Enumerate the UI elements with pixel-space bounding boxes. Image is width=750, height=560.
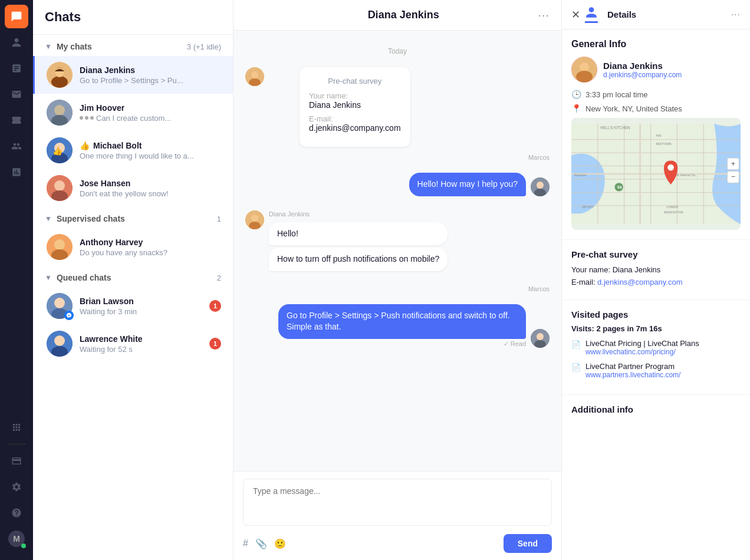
panel-options-button[interactable]: ··· <box>731 9 741 20</box>
pre-chat-survey-section: Pre-chat survey Your name: Diana Jenkins… <box>562 240 750 300</box>
chat-item-jose[interactable]: Jose Hansen Don't eat the yellow snow! <box>33 169 233 207</box>
supervised-chats-count: 1 <box>217 215 221 223</box>
chat-item-brian[interactable]: Brian Lawson Waiting for 3 min 1 <box>33 287 233 325</box>
date-divider: Today <box>245 47 550 55</box>
page-item-2: 📄 LiveChat Partner Program www.partners.… <box>571 362 741 379</box>
svg-text:LOWER: LOWER <box>666 205 678 209</box>
page-title-1: LiveChat Pricing | LiveChat Plans <box>585 339 699 348</box>
avatar-diana <box>47 62 73 88</box>
nav-team-icon[interactable] <box>5 134 28 158</box>
visited-pages-title: Visited pages <box>571 309 741 319</box>
nav-status-icon[interactable]: M <box>5 527 28 551</box>
svg-text:M: M <box>13 534 20 543</box>
hashtag-icon[interactable]: # <box>243 538 248 549</box>
message-input[interactable] <box>243 479 552 526</box>
local-time: 3:33 pm local time <box>585 90 648 99</box>
bubble-question: How to turn off push notifications on mo… <box>269 248 448 271</box>
main-chat-area: Diana Jenkins ··· Today Pre-chat survey … <box>233 0 561 560</box>
close-panel-button[interactable]: ✕ <box>571 8 580 21</box>
location-icon: 📍 <box>571 104 581 113</box>
msg-row-outgoing-2: Go to Profile > Settings > Push notifica… <box>245 304 550 348</box>
survey-card: Pre-chat survey Your name: Diana Jenkins… <box>300 67 410 147</box>
chat-preview-michael: One more thing I would like to a... <box>80 151 221 160</box>
info-location-row: 📍 New York, NY, United States <box>571 104 741 113</box>
svg-text:−: − <box>731 173 735 181</box>
survey-name-label: Your name: <box>309 91 401 100</box>
typing-dots <box>80 114 94 122</box>
my-chats-label: My chats <box>57 42 187 51</box>
michael-emoji: 👍 <box>80 141 90 150</box>
send-button[interactable]: Send <box>504 534 552 553</box>
general-info-user-row: Diana Jenkins d.jenkins@company.com <box>571 57 741 83</box>
svg-point-35 <box>537 333 544 340</box>
nav-sidebar: M <box>0 0 33 560</box>
nav-settings-icon[interactable] <box>5 475 28 499</box>
queued-chats-section[interactable]: ▼ Queued chats 2 <box>33 266 233 287</box>
nav-analytics-icon[interactable] <box>5 160 28 184</box>
attachment-icon[interactable]: 📎 <box>255 538 267 549</box>
visits-info: Visits: 2 pages in 7m 16s <box>571 324 741 333</box>
pre-chat-title: Pre-chat survey <box>571 249 741 259</box>
msg-avatar-diana <box>245 67 264 86</box>
svg-point-23 <box>54 335 65 346</box>
outgoing-bubble-group: Go to Profile > Settings > Push notifica… <box>278 304 526 348</box>
nav-help-icon[interactable] <box>5 501 28 525</box>
svg-text:MANHATTAN: MANHATTAN <box>664 210 683 214</box>
marcos-sender-label-2: Marcos <box>245 285 550 295</box>
chat-header-title: Diana Jenkins <box>368 9 439 21</box>
chat-item-jim[interactable]: Jim Hoover Can I create custom... <box>33 94 233 131</box>
svg-point-32 <box>251 215 258 222</box>
sender-marcos-2: Marcos <box>245 285 550 292</box>
gi-avatar <box>571 57 597 83</box>
chat-info-anthony: Anthony Harvey Do you have any snacks? <box>80 238 221 257</box>
emoji-icon[interactable]: 🙂 <box>274 538 286 549</box>
survey-email-value: d.jenkins@company.com <box>309 123 401 133</box>
details-label: Details <box>607 9 636 19</box>
additional-info-title: Additional info <box>571 404 741 414</box>
svg-point-29 <box>537 182 544 189</box>
chat-item-anthony[interactable]: Anthony Harvey Do you have any snacks? <box>33 228 233 266</box>
chat-item-michael[interactable]: 👍 👍 Michael Bolt One more thing I would … <box>33 131 233 169</box>
chat-name-jose: Jose Hansen <box>80 179 221 188</box>
msg-avatar-diana-2 <box>245 210 264 229</box>
chat-info-lawrence: Lawrence White Waiting for 52 s <box>80 334 209 354</box>
page-url-2[interactable]: www.partners.livechatinc.com/ <box>585 371 680 379</box>
survey-name-value: Diana Jenkins <box>309 100 401 110</box>
nav-chat-icon[interactable] <box>5 5 28 28</box>
msg-avatar-marcos-1 <box>531 177 550 196</box>
nav-agents-icon[interactable] <box>5 31 28 54</box>
my-chats-section[interactable]: ▼ My chats 3 (+1 idle) <box>33 35 233 56</box>
visits-value: 2 pages in 7m 16s <box>596 324 662 333</box>
nav-apps-icon[interactable] <box>5 416 28 439</box>
message-read-status: ✓ Read <box>278 340 526 348</box>
chevron-supervised-icon: ▼ <box>45 215 52 223</box>
chat-item-lawrence[interactable]: Lawrence White Waiting for 52 s 1 <box>33 325 233 363</box>
svg-text:9A: 9A <box>617 185 622 189</box>
nav-billing-icon[interactable] <box>5 449 28 473</box>
chat-name-michael: 👍 Michael Bolt <box>80 141 221 150</box>
visited-pages-section: Visited pages Visits: 2 pages in 7m 16s … <box>562 300 750 395</box>
sender-diana: Diana Jenkins <box>269 210 448 218</box>
visits-label: Visits: <box>571 324 594 333</box>
map-svg: HELL'S KITCHEN 495 MIDTOWN Hoboken 228 P… <box>571 118 741 230</box>
chevron-queued-icon: ▼ <box>45 274 52 282</box>
bubble-outgoing-2: Go to Profile > Settings > Push notifica… <box>278 304 526 339</box>
input-toolbar: # 📎 🙂 Send <box>243 528 552 553</box>
page-url-1[interactable]: www.livechatinc.com/pricing/ <box>585 348 699 356</box>
supervised-chats-section[interactable]: ▼ Supervised chats 1 <box>33 207 233 228</box>
profile-tab[interactable] <box>585 6 598 23</box>
survey-field-email: E-mail: d.jenkins@company.com <box>309 114 401 133</box>
svg-point-20 <box>54 298 65 308</box>
chat-item-diana[interactable]: Diana Jenkins Go to Profile > Settings >… <box>33 56 233 94</box>
chat-name-lawrence: Lawrence White <box>80 334 209 344</box>
pre-chat-email-label: E-mail: <box>571 278 597 286</box>
nav-reports-icon[interactable] <box>5 57 28 80</box>
page-doc-icon-1: 📄 <box>571 340 581 349</box>
page-info-1: LiveChat Pricing | LiveChat Plans www.li… <box>585 339 699 356</box>
nav-inbox-icon[interactable] <box>5 83 28 106</box>
page-doc-icon-2: 📄 <box>571 363 581 372</box>
gi-user-info: Diana Jenkins d.jenkins@company.com <box>603 61 682 79</box>
nav-tickets-icon[interactable] <box>5 108 28 132</box>
sender-marcos-1: Marcos <box>245 154 550 161</box>
chat-options-button[interactable]: ··· <box>538 8 550 22</box>
